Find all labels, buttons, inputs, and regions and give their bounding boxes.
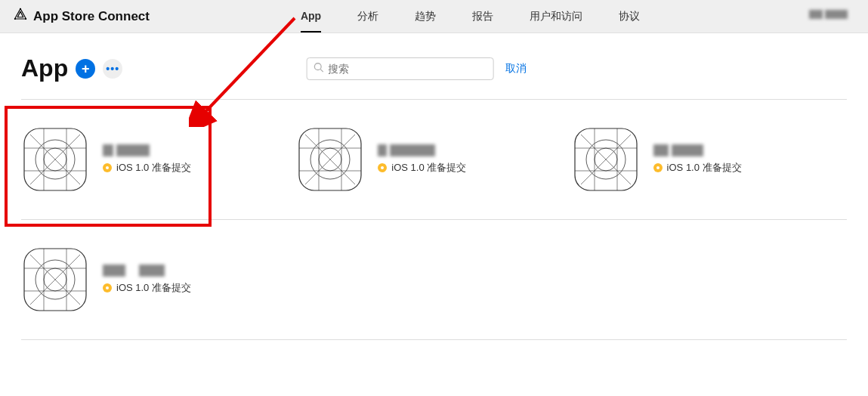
search-input[interactable]	[328, 63, 487, 75]
nav-reports[interactable]: 报告	[472, 1, 493, 32]
nav-users-access[interactable]: 用户和访问	[530, 1, 582, 32]
page-title: App	[21, 54, 68, 82]
app-name-redacted	[653, 144, 742, 156]
search-cancel-button[interactable]: 取消	[505, 62, 527, 76]
more-actions-button[interactable]: •••	[103, 59, 122, 79]
nav-agreements[interactable]: 协议	[619, 1, 640, 32]
search-field-wrapper[interactable]	[306, 57, 493, 80]
app-status: iOS 1.0 准备提交	[103, 161, 191, 175]
app-status: iOS 1.0 准备提交	[103, 281, 191, 295]
svg-point-10	[14, 18, 16, 20]
app-placeholder-icon	[296, 125, 364, 193]
status-text: iOS 1.0 准备提交	[391, 161, 466, 175]
status-text: iOS 1.0 准备提交	[667, 161, 742, 175]
nav-trends[interactable]: 趋势	[415, 1, 436, 32]
svg-line-13	[320, 69, 323, 72]
svg-point-9	[20, 8, 21, 10]
app-card[interactable]: iOS 1.0 准备提交	[296, 125, 571, 193]
status-text: iOS 1.0 准备提交	[116, 161, 191, 175]
app-name-redacted	[103, 144, 191, 156]
page-content: App + ••• 取消	[0, 33, 868, 361]
app-placeholder-icon	[21, 125, 89, 193]
status-pending-icon	[103, 283, 112, 292]
app-status: iOS 1.0 准备提交	[378, 161, 466, 175]
search-icon	[313, 62, 323, 76]
app-name-redacted	[103, 265, 191, 277]
apps-grid: iOS 1.0 准备提交 iOS 1.0 准备提交	[21, 100, 847, 340]
app-store-connect-icon	[14, 8, 27, 25]
nav-app[interactable]: App	[301, 1, 321, 32]
status-text: iOS 1.0 准备提交	[116, 281, 191, 295]
app-placeholder-icon	[572, 125, 640, 193]
brand[interactable]: App Store Connect	[14, 8, 150, 25]
nav-analytics[interactable]: 分析	[357, 1, 378, 32]
brand-label: App Store Connect	[33, 9, 150, 24]
app-status: iOS 1.0 准备提交	[653, 161, 742, 175]
ellipsis-icon: •••	[106, 63, 119, 75]
status-pending-icon	[653, 163, 663, 172]
app-name-redacted	[378, 144, 466, 156]
add-app-button[interactable]: +	[76, 59, 95, 79]
svg-point-12	[314, 63, 321, 70]
app-card[interactable]: iOS 1.0 准备提交	[572, 125, 847, 193]
svg-point-11	[25, 18, 26, 20]
plus-icon: +	[82, 62, 90, 76]
app-card[interactable]: iOS 1.0 准备提交	[21, 125, 296, 193]
app-placeholder-icon	[21, 246, 89, 314]
page-header: App + ••• 取消	[21, 54, 847, 100]
status-pending-icon	[103, 163, 112, 172]
status-pending-icon	[378, 163, 387, 172]
top-navigation-bar: App Store Connect App 分析 趋势 报告 用户和访问 协议	[0, 0, 868, 33]
account-menu[interactable]	[809, 10, 854, 23]
main-nav: App 分析 趋势 报告 用户和访问 协议	[301, 1, 809, 32]
app-card[interactable]: iOS 1.0 准备提交	[21, 246, 296, 314]
